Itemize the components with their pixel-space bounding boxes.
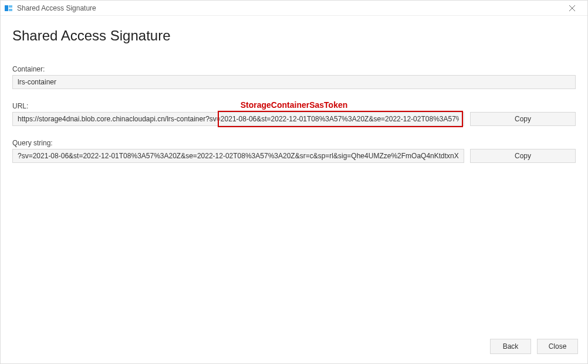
svg-rect-1 bbox=[9, 5, 12, 8]
app-icon bbox=[4, 4, 13, 13]
svg-rect-2 bbox=[9, 9, 12, 11]
url-input[interactable] bbox=[12, 112, 464, 126]
content-area: Shared Access Signature Container: URL: … bbox=[1, 16, 587, 163]
back-button[interactable]: Back bbox=[490, 339, 531, 354]
url-row: StorageContainerSasToken Copy bbox=[12, 112, 576, 126]
query-row: Copy bbox=[12, 149, 576, 163]
query-field-group: Query string: Copy bbox=[12, 139, 576, 163]
copy-url-button[interactable]: Copy bbox=[470, 112, 576, 126]
svg-rect-0 bbox=[5, 5, 8, 11]
close-icon[interactable] bbox=[560, 1, 584, 16]
close-button[interactable]: Close bbox=[537, 339, 578, 354]
annotation-label: StorageContainerSasToken bbox=[241, 100, 348, 110]
url-field-group: URL: StorageContainerSasToken Copy bbox=[12, 102, 576, 126]
footer: Back Close bbox=[490, 339, 578, 354]
query-input[interactable] bbox=[12, 149, 464, 163]
copy-query-button[interactable]: Copy bbox=[470, 149, 576, 163]
titlebar: Shared Access Signature bbox=[1, 1, 587, 16]
container-field-group: Container: bbox=[12, 65, 576, 89]
page-title: Shared Access Signature bbox=[12, 28, 576, 44]
window-title: Shared Access Signature bbox=[17, 4, 560, 12]
query-label: Query string: bbox=[12, 139, 576, 147]
container-label: Container: bbox=[12, 65, 576, 73]
container-input[interactable] bbox=[12, 75, 576, 89]
